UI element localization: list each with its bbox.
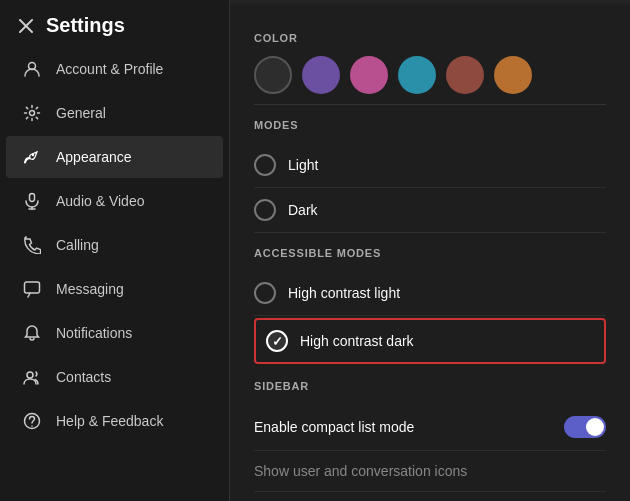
brush-icon: [22, 147, 42, 167]
swatch-magenta[interactable]: [350, 56, 388, 94]
svg-point-4: [32, 154, 34, 156]
mode-dark-option[interactable]: Dark: [254, 188, 606, 233]
svg-point-11: [31, 425, 33, 427]
swatch-rust[interactable]: [446, 56, 484, 94]
phone-icon: [22, 235, 42, 255]
calling-label: Calling: [56, 237, 99, 253]
help-label: Help & Feedback: [56, 413, 163, 429]
accessible-modes-label: ACCESSIBLE MODES: [254, 247, 606, 259]
person-icon: [22, 59, 42, 79]
content-inner: COLOR MODES Light Dark ACCESSIBLE MODES …: [230, 8, 630, 501]
account-label: Account & Profile: [56, 61, 163, 77]
gear-icon: [22, 103, 42, 123]
swatch-dark-gray[interactable]: [254, 56, 292, 94]
svg-rect-8: [25, 282, 40, 293]
main-content: COLOR MODES Light Dark ACCESSIBLE MODES …: [230, 0, 630, 501]
sidebar-item-help[interactable]: Help & Feedback: [6, 400, 223, 442]
color-section-label: COLOR: [254, 32, 606, 44]
mode-light-label: Light: [288, 157, 318, 173]
sidebar: Settings Account & Profile General: [0, 0, 230, 501]
sidebar-item-appearance[interactable]: Appearance: [6, 136, 223, 178]
messaging-label: Messaging: [56, 281, 124, 297]
sidebar-header: Settings: [0, 0, 229, 47]
notifications-label: Notifications: [56, 325, 132, 341]
swatch-teal[interactable]: [398, 56, 436, 94]
svg-rect-5: [30, 194, 35, 202]
sidebar-item-general[interactable]: General: [6, 92, 223, 134]
compact-list-row: Enable compact list mode: [254, 404, 606, 451]
scroll-hint: [230, 0, 630, 8]
sidebar-item-audio-video[interactable]: Audio & Video: [6, 180, 223, 222]
sidebar-item-account[interactable]: Account & Profile: [6, 48, 223, 90]
toggle-knob: [586, 418, 604, 436]
mode-hc-light-option[interactable]: High contrast light: [254, 271, 606, 316]
radio-hc-light: [254, 282, 276, 304]
mic-icon: [22, 191, 42, 211]
modes-section-label: MODES: [254, 119, 606, 131]
settings-title: Settings: [46, 14, 125, 37]
svg-point-9: [27, 372, 33, 378]
contacts-label: Contacts: [56, 369, 111, 385]
radio-light: [254, 154, 276, 176]
mode-hc-light-label: High contrast light: [288, 285, 400, 301]
user-icons-label: Show user and conversation icons: [254, 463, 467, 479]
mode-light-option[interactable]: Light: [254, 143, 606, 188]
divider-1: [254, 104, 606, 105]
appearance-label: Appearance: [56, 149, 132, 165]
close-button[interactable]: [16, 16, 36, 36]
contacts-icon: [22, 367, 42, 387]
sidebar-item-messaging[interactable]: Messaging: [6, 268, 223, 310]
compact-list-label: Enable compact list mode: [254, 419, 414, 435]
sidebar-section-label: SIDEBAR: [254, 380, 606, 392]
user-icons-row: Show user and conversation icons: [254, 451, 606, 492]
sidebar-navigation: Account & Profile General Appearance: [0, 47, 229, 501]
sidebar-item-notifications[interactable]: Notifications: [6, 312, 223, 354]
sidebar-item-calling[interactable]: Calling: [6, 224, 223, 266]
bell-icon: [22, 323, 42, 343]
sidebar-item-contacts[interactable]: Contacts: [6, 356, 223, 398]
mode-hc-dark-option[interactable]: High contrast dark: [256, 320, 604, 362]
general-label: General: [56, 105, 106, 121]
chat-icon: [22, 279, 42, 299]
mode-dark-label: Dark: [288, 202, 318, 218]
swatch-orange[interactable]: [494, 56, 532, 94]
radio-hc-dark: [266, 330, 288, 352]
compact-list-toggle[interactable]: [564, 416, 606, 438]
mode-hc-dark-label: High contrast dark: [300, 333, 414, 349]
color-swatches: [254, 56, 606, 94]
svg-point-3: [30, 111, 35, 116]
radio-dark: [254, 199, 276, 221]
swatch-purple[interactable]: [302, 56, 340, 94]
audio-video-label: Audio & Video: [56, 193, 144, 209]
help-icon: [22, 411, 42, 431]
